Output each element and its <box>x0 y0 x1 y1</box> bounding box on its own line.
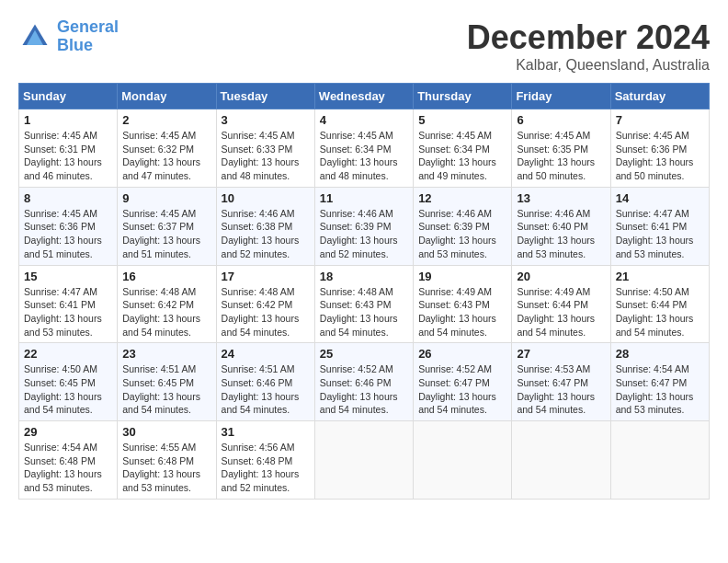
calendar-day-16: 16Sunrise: 4:48 AMSunset: 6:42 PMDayligh… <box>118 265 216 343</box>
calendar-day-26: 26Sunrise: 4:52 AMSunset: 6:47 PMDayligh… <box>414 343 512 421</box>
calendar-week-4: 22Sunrise: 4:50 AMSunset: 6:45 PMDayligh… <box>19 343 710 421</box>
calendar-header-row: SundayMondayTuesdayWednesdayThursdayFrid… <box>19 84 710 109</box>
logo-text: General Blue <box>57 18 119 55</box>
calendar-header-sunday: Sunday <box>19 84 118 109</box>
logo: General Blue <box>18 18 119 55</box>
calendar-day-4: 4Sunrise: 4:45 AMSunset: 6:34 PMDaylight… <box>314 109 413 188</box>
calendar-header-wednesday: Wednesday <box>314 84 413 109</box>
calendar-day-30: 30Sunrise: 4:55 AMSunset: 6:48 PMDayligh… <box>118 421 216 500</box>
calendar-header-friday: Friday <box>512 84 610 109</box>
calendar-day-9: 9Sunrise: 4:45 AMSunset: 6:37 PMDaylight… <box>118 187 216 265</box>
calendar-week-5: 29Sunrise: 4:54 AMSunset: 6:48 PMDayligh… <box>19 421 710 500</box>
calendar-day-29: 29Sunrise: 4:54 AMSunset: 6:48 PMDayligh… <box>19 421 118 500</box>
calendar-day-12: 12Sunrise: 4:46 AMSunset: 6:39 PMDayligh… <box>414 187 512 265</box>
calendar-header-tuesday: Tuesday <box>216 84 314 109</box>
calendar-day-31: 31Sunrise: 4:56 AMSunset: 6:48 PMDayligh… <box>216 421 314 500</box>
title-area: December 2024 Kalbar, Queensland, Austra… <box>467 18 710 74</box>
calendar-table: SundayMondayTuesdayWednesdayThursdayFrid… <box>18 83 710 500</box>
calendar-empty-cell <box>610 421 709 500</box>
calendar-week-3: 15Sunrise: 4:47 AMSunset: 6:41 PMDayligh… <box>19 265 710 343</box>
calendar-week-1: 1Sunrise: 4:45 AMSunset: 6:31 PMDaylight… <box>19 109 710 188</box>
month-title: December 2024 <box>467 18 710 57</box>
logo-line2: Blue <box>57 36 93 54</box>
calendar-header-saturday: Saturday <box>610 84 709 109</box>
logo-icon <box>18 20 51 53</box>
calendar-day-19: 19Sunrise: 4:49 AMSunset: 6:43 PMDayligh… <box>414 265 512 343</box>
location-subtitle: Kalbar, Queensland, Australia <box>467 57 710 74</box>
calendar-day-6: 6Sunrise: 4:45 AMSunset: 6:35 PMDaylight… <box>512 109 610 188</box>
calendar-day-25: 25Sunrise: 4:52 AMSunset: 6:46 PMDayligh… <box>314 343 413 421</box>
calendar-day-18: 18Sunrise: 4:48 AMSunset: 6:43 PMDayligh… <box>314 265 413 343</box>
calendar-day-14: 14Sunrise: 4:47 AMSunset: 6:41 PMDayligh… <box>610 187 709 265</box>
calendar-day-10: 10Sunrise: 4:46 AMSunset: 6:38 PMDayligh… <box>216 187 314 265</box>
calendar-day-1: 1Sunrise: 4:45 AMSunset: 6:31 PMDaylight… <box>19 109 118 188</box>
calendar-day-20: 20Sunrise: 4:49 AMSunset: 6:44 PMDayligh… <box>512 265 610 343</box>
calendar-day-15: 15Sunrise: 4:47 AMSunset: 6:41 PMDayligh… <box>19 265 118 343</box>
calendar-day-5: 5Sunrise: 4:45 AMSunset: 6:34 PMDaylight… <box>414 109 512 188</box>
calendar-empty-cell <box>314 421 413 500</box>
calendar-day-28: 28Sunrise: 4:54 AMSunset: 6:47 PMDayligh… <box>610 343 709 421</box>
logo-line1: General <box>57 17 119 36</box>
calendar-empty-cell <box>512 421 610 500</box>
calendar-day-22: 22Sunrise: 4:50 AMSunset: 6:45 PMDayligh… <box>19 343 118 421</box>
calendar-day-8: 8Sunrise: 4:45 AMSunset: 6:36 PMDaylight… <box>19 187 118 265</box>
calendar-header-monday: Monday <box>118 84 216 109</box>
calendar-day-24: 24Sunrise: 4:51 AMSunset: 6:46 PMDayligh… <box>216 343 314 421</box>
calendar-day-21: 21Sunrise: 4:50 AMSunset: 6:44 PMDayligh… <box>610 265 709 343</box>
calendar-header-thursday: Thursday <box>414 84 512 109</box>
calendar-day-11: 11Sunrise: 4:46 AMSunset: 6:39 PMDayligh… <box>314 187 413 265</box>
calendar-day-13: 13Sunrise: 4:46 AMSunset: 6:40 PMDayligh… <box>512 187 610 265</box>
calendar-week-2: 8Sunrise: 4:45 AMSunset: 6:36 PMDaylight… <box>19 187 710 265</box>
calendar-day-7: 7Sunrise: 4:45 AMSunset: 6:36 PMDaylight… <box>610 109 709 188</box>
calendar-day-17: 17Sunrise: 4:48 AMSunset: 6:42 PMDayligh… <box>216 265 314 343</box>
calendar-day-2: 2Sunrise: 4:45 AMSunset: 6:32 PMDaylight… <box>118 109 216 188</box>
calendar-day-27: 27Sunrise: 4:53 AMSunset: 6:47 PMDayligh… <box>512 343 610 421</box>
calendar-empty-cell <box>414 421 512 500</box>
calendar-day-23: 23Sunrise: 4:51 AMSunset: 6:45 PMDayligh… <box>118 343 216 421</box>
page-header: General Blue December 2024 Kalbar, Queen… <box>18 18 710 74</box>
calendar-day-3: 3Sunrise: 4:45 AMSunset: 6:33 PMDaylight… <box>216 109 314 188</box>
